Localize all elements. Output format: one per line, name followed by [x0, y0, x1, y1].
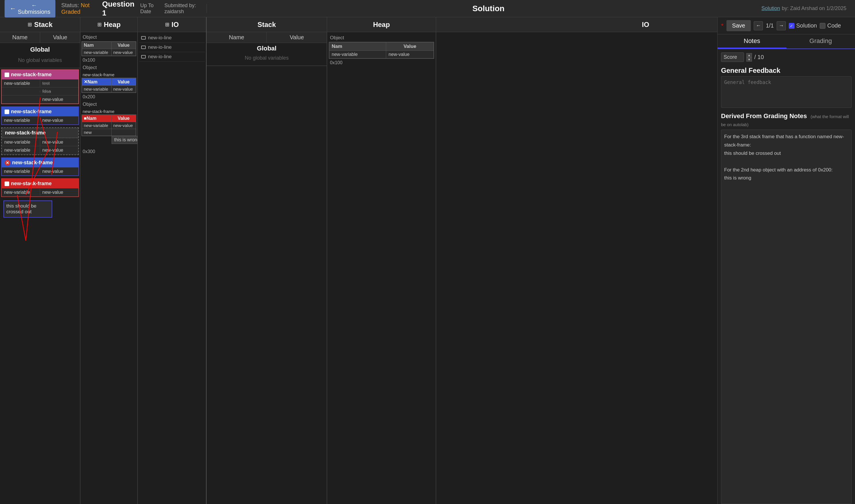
heap-var-value-3b: this is wrong	[111, 129, 136, 136]
io-icon-1	[141, 36, 146, 39]
sol-heap-object-label: Object	[329, 34, 434, 42]
global-section: Global No global variables	[0, 43, 80, 68]
solution-heap-panel: Object Nam Value new-variable	[327, 32, 436, 504]
next-page-button[interactable]: →	[777, 21, 786, 30]
submitted-by-label: Submitted by: zaidarsh	[164, 3, 202, 15]
frame-2-var-name: new-variable	[2, 117, 40, 124]
frame-3-var-value: new-value	[40, 139, 78, 146]
code-checkbox[interactable]	[820, 23, 825, 29]
heap-var-value-3: new-value	[111, 122, 136, 129]
stack-frame-2: new-stack-frame new-variable new-value	[1, 106, 79, 125]
derived-notes-section: Derived From Grading Notes (what the for…	[718, 111, 855, 130]
frame-5-name: new-stack-frame	[11, 181, 52, 187]
solution-by-label: by: Zaid Arshad on 1/2/2025	[782, 5, 847, 12]
grading-tab[interactable]: Grading	[786, 34, 855, 49]
heap-var-name-3b: new	[82, 129, 111, 136]
grading-toolbar: * Save ← 1/1 → ✓ Solution Code	[718, 17, 855, 34]
stack-frame-1: new-stack-frame new-variable test	[1, 69, 79, 104]
frame-var-name-2	[2, 91, 40, 92]
io-col-header: IO	[172, 21, 179, 29]
page-indicator: 1/1	[766, 22, 774, 29]
general-feedback-textarea[interactable]	[721, 76, 852, 108]
io-item-3: new-io-line	[139, 52, 205, 61]
stack-col-header: Stack	[34, 21, 53, 29]
notes-tab[interactable]: Notes	[718, 34, 786, 49]
required-star: *	[721, 22, 723, 30]
annotation-box: this should be crossed out	[3, 200, 52, 218]
stack-panel-toggle[interactable]: ⊞	[28, 21, 32, 28]
heap-object-label-3: Object	[82, 100, 136, 108]
heap-addr-1: 0x100	[82, 57, 136, 64]
score-denominator: / 10	[754, 54, 764, 60]
grading-panel: * Save ← 1/1 → ✓ Solution Code Notes Gra…	[717, 17, 855, 504]
submission-heap-panel: Object Nam Value new-variable new-value …	[80, 32, 138, 504]
sol-io-col-header: IO	[642, 21, 649, 29]
score-down-button[interactable]: ▼	[746, 57, 752, 61]
submission-stack-panel: Name Value Global No global variables	[0, 32, 80, 504]
heap-addr-2: 0x200	[82, 93, 136, 100]
frame-5-var-name: new-variable	[2, 189, 40, 196]
code-toggle[interactable]: Code	[820, 22, 841, 29]
heap-name-header: Nam	[82, 42, 111, 49]
code-toggle-label: Code	[827, 22, 841, 29]
solution-header-title: Solution	[215, 4, 762, 13]
grading-tabs: Notes Grading	[718, 34, 855, 49]
score-row: ▲ ▼ / 10	[718, 49, 855, 65]
sol-heap-var-name: new-variable	[329, 51, 386, 58]
annotation-text: this should be crossed out	[6, 203, 36, 214]
sol-heap-var-value: new-value	[386, 51, 434, 58]
frame-3-name: new-stack-frame	[5, 130, 46, 136]
close-icon: ✕	[5, 160, 10, 166]
derived-notes-content: For the 3rd stack frame that has a funct…	[721, 130, 852, 504]
tooltip: this is wrong	[111, 136, 138, 144]
stack-frame-5: new-stack-frame new-variable new-value	[1, 178, 79, 197]
io-icon-3	[141, 55, 146, 58]
io-panel-toggle[interactable]: ⊞	[165, 21, 169, 28]
sol-heap-addr: 0x100	[329, 59, 434, 66]
sol-stack-col-header: Stack	[257, 21, 276, 29]
heap-frame-label-3: new-stack-frame	[82, 108, 136, 114]
frame-4-name: new-stack-frame	[12, 160, 53, 166]
sol-heap-col-header: Heap	[373, 21, 390, 29]
solution-checkbox[interactable]: ✓	[789, 23, 795, 29]
score-stepper: ▲ ▼	[746, 53, 752, 61]
submission-io-panel: new-io-line new-io-line new-io-line	[138, 32, 206, 504]
global-label: Global	[30, 46, 50, 53]
frame-4-var-value: new-value	[40, 168, 78, 175]
solution-stack-panel: Name Value Global No global variables	[207, 32, 327, 504]
heap-addr-3: 0x300	[82, 148, 136, 155]
sol-heap-name-header: Nam	[329, 42, 386, 51]
frame-5-var-value: new-value	[40, 189, 78, 196]
heap-col-header: Heap	[104, 21, 121, 29]
solution-toggle[interactable]: ✓ Solution	[789, 22, 817, 29]
frame-var-value-3: new-value	[40, 96, 78, 103]
io-icon-2	[141, 46, 146, 49]
heap-panel-toggle[interactable]: ⊞	[97, 21, 102, 28]
heap-object-label-2: Object	[82, 64, 136, 72]
frame-5-icon	[5, 181, 9, 186]
general-feedback-title: General Feedback	[718, 65, 855, 76]
solution-toggle-label: Solution	[796, 22, 817, 29]
prev-page-button[interactable]: ←	[754, 21, 763, 30]
frame-2-var-value: new-value	[40, 117, 78, 124]
heap-value-header-3: Value	[111, 115, 136, 122]
heap-var-name-2: new-variable	[82, 86, 111, 93]
frame-4-var-name: new-variable	[2, 168, 40, 175]
back-button[interactable]: ← ← Submissions	[5, 0, 55, 17]
heap-name-header-3: ■Nam	[82, 115, 111, 122]
score-up-button[interactable]: ▲	[746, 53, 752, 57]
frame-2-name: new-stack-frame	[11, 109, 52, 115]
back-label: ← Submissions	[18, 2, 50, 15]
submission-panel: ⊞ Stack ⊞ Heap ⊞ IO Name	[0, 17, 207, 504]
save-button[interactable]: Save	[727, 20, 751, 31]
question-title: Question 1	[102, 0, 135, 17]
stack-frame-3: new-stack-frame new-variable new-value n…	[1, 127, 79, 155]
stack-frame-4: ✕ new-stack-frame new-variable new-value	[1, 157, 79, 176]
sol-global-section: Global No global variables	[207, 43, 327, 66]
score-input[interactable]	[721, 52, 744, 62]
solution-link[interactable]: Solution	[762, 5, 780, 11]
no-global-vars-label: No global variables	[18, 57, 62, 63]
frame-var-name-3	[2, 98, 40, 100]
derived-notes-title: Derived From Grading Notes	[721, 112, 807, 120]
heap-var-value-2: new-value	[111, 86, 136, 93]
